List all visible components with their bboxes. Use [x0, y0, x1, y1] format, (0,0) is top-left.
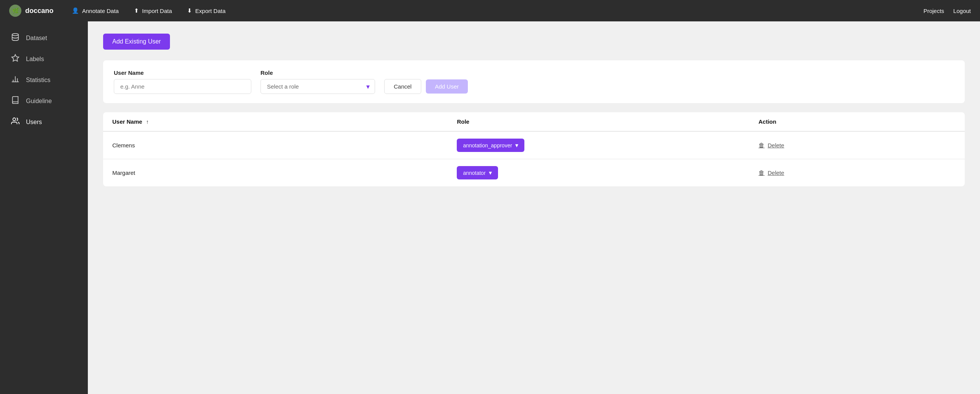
clemens-role-dropdown[interactable]: annotation_approver ▾: [457, 139, 524, 152]
users-icon: [11, 117, 20, 127]
export-data-label: Export Data: [195, 8, 225, 14]
user-margaret-role-cell: annotator ▾: [448, 159, 749, 187]
topnav-right: Projects Logout: [923, 8, 971, 14]
col-username-label: User Name: [112, 118, 142, 125]
sidebar-dataset-label: Dataset: [26, 35, 47, 42]
add-user-button[interactable]: Add User: [426, 79, 468, 94]
clemens-delete-button[interactable]: 🗑 Delete: [758, 142, 784, 149]
star-icon: [11, 54, 20, 64]
brand[interactable]: 🌿 doccano: [9, 5, 53, 17]
brand-name: doccano: [25, 7, 53, 15]
role-form-group: Role Select a role annotator annotation_…: [260, 69, 375, 94]
top-navigation: 🌿 doccano 👤 Annotate Data ⬆ Import Data …: [0, 0, 980, 21]
dataset-icon: [11, 33, 20, 43]
sidebar-item-statistics[interactable]: Statistics: [0, 69, 88, 90]
table-body: Clemens annotation_approver ▾ 🗑 Delete: [103, 131, 965, 186]
user-clemens-role-cell: annotation_approver ▾: [448, 131, 749, 159]
trash-icon: 🗑: [758, 142, 765, 149]
margaret-role-dropdown[interactable]: annotator ▾: [457, 166, 498, 179]
margaret-role-chevron-icon: ▾: [489, 169, 492, 176]
sidebar-item-users[interactable]: Users: [0, 111, 88, 132]
book-icon: [11, 96, 20, 106]
layout: Dataset Labels Statistics: [0, 21, 980, 394]
topnav-links: 👤 Annotate Data ⬆ Import Data ⬇ Export D…: [66, 4, 923, 17]
role-label: Role: [260, 69, 375, 76]
form-actions: Cancel Add User: [384, 79, 468, 94]
table-row: Margaret annotator ▾ 🗑 Delete: [103, 159, 965, 187]
user-clemens-action-cell: 🗑 Delete: [749, 131, 965, 159]
annotate-icon: 👤: [72, 7, 79, 14]
clemens-role-label: annotation_approver: [463, 142, 512, 149]
brand-logo: 🌿: [9, 5, 21, 17]
svg-point-6: [13, 118, 16, 121]
sidebar: Dataset Labels Statistics: [0, 21, 88, 394]
annotate-data-link[interactable]: 👤 Annotate Data: [66, 4, 125, 17]
sidebar-labels-label: Labels: [26, 56, 44, 63]
username-input[interactable]: [114, 79, 251, 94]
sidebar-statistics-label: Statistics: [26, 77, 50, 84]
sidebar-users-label: Users: [26, 119, 42, 126]
svg-point-0: [12, 34, 19, 36]
export-data-link[interactable]: ⬇ Export Data: [181, 4, 231, 17]
users-table: User Name ↑ Role Action Clemens: [103, 112, 965, 186]
col-action-label: Action: [758, 118, 776, 125]
trash-icon: 🗑: [758, 170, 765, 176]
table-header: User Name ↑ Role Action: [103, 112, 965, 131]
projects-link[interactable]: Projects: [923, 8, 944, 14]
username-form-group: User Name: [114, 69, 251, 94]
import-data-label: Import Data: [142, 8, 172, 14]
role-select-wrapper: Select a role annotator annotation_appro…: [260, 79, 375, 94]
sidebar-item-dataset[interactable]: Dataset: [0, 27, 88, 48]
margaret-role-label: annotator: [463, 170, 485, 176]
sidebar-item-guideline[interactable]: Guideline: [0, 90, 88, 111]
users-table-card: User Name ↑ Role Action Clemens: [103, 112, 965, 186]
role-select[interactable]: Select a role annotator annotation_appro…: [260, 79, 375, 94]
table-row: Clemens annotation_approver ▾ 🗑 Delete: [103, 131, 965, 159]
main-content: Add Existing User User Name Role Select …: [88, 21, 980, 394]
cancel-button[interactable]: Cancel: [384, 79, 421, 94]
clemens-delete-label: Delete: [768, 142, 784, 149]
col-header-role: Role: [448, 112, 749, 131]
sidebar-guideline-label: Guideline: [26, 98, 52, 105]
margaret-delete-button[interactable]: 🗑 Delete: [758, 170, 784, 176]
col-header-action: Action: [749, 112, 965, 131]
import-data-link[interactable]: ⬆ Import Data: [128, 4, 178, 17]
add-user-form: User Name Role Select a role annotator a…: [103, 60, 965, 103]
username-label: User Name: [114, 69, 251, 76]
user-margaret-name: Margaret: [103, 159, 448, 187]
col-role-label: Role: [457, 118, 469, 125]
import-icon: ⬆: [134, 7, 139, 14]
add-existing-user-button[interactable]: Add Existing User: [103, 34, 170, 50]
table-header-row: User Name ↑ Role Action: [103, 112, 965, 131]
user-margaret-action-cell: 🗑 Delete: [749, 159, 965, 187]
sort-ascending-icon: ↑: [146, 119, 149, 125]
col-header-username[interactable]: User Name ↑: [103, 112, 448, 131]
margaret-delete-label: Delete: [768, 170, 784, 176]
bar-chart-icon: [11, 75, 20, 85]
logout-link[interactable]: Logout: [953, 8, 971, 14]
clemens-role-chevron-icon: ▾: [515, 142, 518, 149]
svg-marker-1: [12, 55, 19, 61]
annotate-data-label: Annotate Data: [82, 8, 119, 14]
export-icon: ⬇: [187, 7, 192, 14]
sidebar-item-labels[interactable]: Labels: [0, 48, 88, 69]
user-clemens-name: Clemens: [103, 131, 448, 159]
